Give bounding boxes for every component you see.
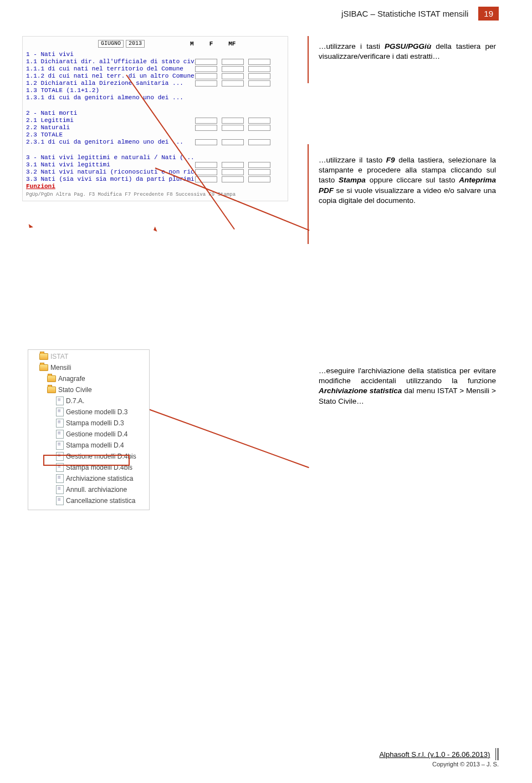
input-cell[interactable]	[222, 66, 244, 72]
col-mf: MF	[228, 40, 236, 47]
instruction-note-pgupdn: …utilizzare i tasti PGSU/PGGiù della tas…	[319, 42, 496, 62]
folder-icon	[39, 364, 48, 371]
instruction-note-f9: …utilizzare il tasto F9 della tastiera, …	[319, 155, 496, 206]
row: 1.3.1 di cui da genitori almeno uno dei …	[26, 94, 195, 101]
funzioni-link[interactable]: Funzioni	[26, 183, 55, 190]
row: 1.3 TOTALE (1.1+1.2)	[26, 87, 195, 94]
copyright-line: Copyright © 2013 – J. S.	[0, 761, 499, 767]
input-cell[interactable]	[222, 73, 244, 79]
arrowhead-icon	[25, 224, 33, 232]
tree-leaf[interactable]: Annull. archiviazione	[66, 486, 127, 494]
input-cell[interactable]	[248, 169, 270, 175]
tree-leaf[interactable]: Gestione modelli D.4	[66, 430, 127, 438]
input-cell[interactable]	[222, 169, 244, 175]
input-cell[interactable]	[248, 162, 270, 168]
sec3-title: 3 - Nati vivi legittimi e naturali / Nat…	[26, 154, 195, 161]
input-cell[interactable]	[248, 118, 270, 124]
arrowhead-icon	[150, 226, 157, 233]
row: 1.1.2 di cui nati nel terr. di un altro …	[26, 73, 195, 79]
document-icon	[56, 474, 64, 483]
input-cell[interactable]	[222, 80, 244, 87]
input-cell[interactable]	[248, 80, 270, 87]
nav-tree-screenshot: ISTAT Mensili Anagrafe Stato Civile D.7.…	[28, 349, 150, 510]
input-cell[interactable]	[222, 176, 244, 182]
footer-company-line: Alphasoft S.r.l. (v.1.0 - 26.06.2013)	[379, 750, 490, 759]
tree-leaf[interactable]: D.7.A.	[66, 397, 84, 405]
month-field[interactable]: GIUGNO	[98, 40, 124, 48]
input-cell[interactable]	[248, 66, 270, 72]
instruction-note-archive: …eseguire l'archiviazione della statisti…	[319, 366, 496, 406]
input-cell[interactable]	[222, 118, 244, 124]
app-screenshot-istat-form: GIUGNO 2013 M F MF 1 - Nati vivi 1.1 Dic…	[22, 36, 288, 201]
input-cell[interactable]	[248, 139, 270, 145]
folder-icon	[39, 353, 48, 360]
input-cell[interactable]	[195, 118, 217, 124]
document-icon	[56, 496, 64, 505]
header-title: jSIBAC – Statistiche ISTAT mensili	[341, 9, 474, 18]
input-cell[interactable]	[248, 73, 270, 79]
row: 2.3.1 di cui da genitori almeno uno dei …	[26, 139, 195, 145]
arrow-line	[132, 403, 309, 468]
col-f: F	[209, 40, 213, 47]
key-label: Archiviazione statistica	[319, 387, 402, 395]
row: 2.1 Legittimi	[26, 117, 195, 124]
tree-node[interactable]: Anagrafe	[58, 375, 85, 383]
input-cell[interactable]	[195, 162, 217, 168]
input-cell[interactable]	[222, 125, 244, 131]
input-cell[interactable]	[195, 59, 217, 65]
document-icon	[56, 408, 64, 416]
key-label: PGSU/PGGiù	[385, 42, 431, 50]
document-icon	[56, 396, 64, 405]
row: 3.1 Nati vivi legittimi	[26, 161, 195, 168]
col-m: M	[190, 40, 194, 47]
sec2-title: 2 - Nati morti	[26, 110, 195, 116]
document-icon	[56, 441, 64, 450]
page-footer: Alphasoft S.r.l. (v.1.0 - 26.06.2013) Co…	[0, 745, 499, 767]
row: 3.3 Nati (sia vivi sia morti) da parti p…	[26, 176, 195, 182]
input-cell[interactable]	[195, 80, 217, 87]
row: 2.2 Naturali	[26, 124, 195, 131]
input-cell[interactable]	[222, 139, 244, 145]
tree-leaf[interactable]: Archiviazione statistica	[66, 475, 133, 482]
input-cell[interactable]	[248, 176, 270, 182]
input-cell[interactable]	[195, 125, 217, 131]
tree-leaf[interactable]: Stampa modelli D.4	[66, 441, 124, 449]
divider-icon	[495, 748, 499, 760]
input-cell[interactable]	[195, 66, 217, 72]
key-label: Stampa	[339, 176, 366, 184]
row: 1.1 Dichiarati dir. all'Ufficiale di sta…	[26, 58, 195, 65]
highlight-box	[43, 455, 130, 466]
tree-node[interactable]: Stato Civile	[58, 386, 92, 394]
tree-leaf[interactable]: Gestione modelli D.3	[66, 408, 127, 416]
input-cell[interactable]	[248, 125, 270, 131]
tree-leaf[interactable]: Stampa modelli D.3	[66, 419, 124, 427]
year-field[interactable]: 2013	[126, 40, 145, 48]
key-label: F9	[386, 156, 395, 164]
folder-icon	[47, 387, 56, 393]
page-number-badge: 19	[478, 7, 499, 21]
page-header: jSIBAC – Statistiche ISTAT mensili 19	[266, 6, 499, 21]
input-cell[interactable]	[195, 139, 217, 145]
row: 1.1.1 di cui nati nel territorio del Com…	[26, 65, 195, 72]
tree-node[interactable]: Mensili	[50, 364, 71, 372]
sec1-title: 1 - Nati vivi	[26, 51, 195, 58]
input-cell[interactable]	[195, 73, 217, 79]
folder-icon	[47, 375, 56, 382]
input-cell[interactable]	[195, 169, 217, 175]
tree-node[interactable]: ISTAT	[50, 353, 68, 360]
row: 1.2 Dichiarati alla Direzione sanitaria …	[26, 80, 195, 87]
tree-leaf[interactable]: Cancellazione statistica	[66, 497, 135, 505]
document-icon	[56, 430, 64, 439]
document-icon	[56, 419, 64, 428]
input-cell[interactable]	[222, 59, 244, 65]
input-cell[interactable]	[222, 162, 244, 168]
input-cell[interactable]	[248, 59, 270, 65]
function-key-bar: PgUp/PgDn Altra Pag. F3 Modifica F7 Prec…	[26, 192, 288, 197]
document-icon	[56, 485, 64, 494]
callout-bar	[308, 36, 309, 83]
